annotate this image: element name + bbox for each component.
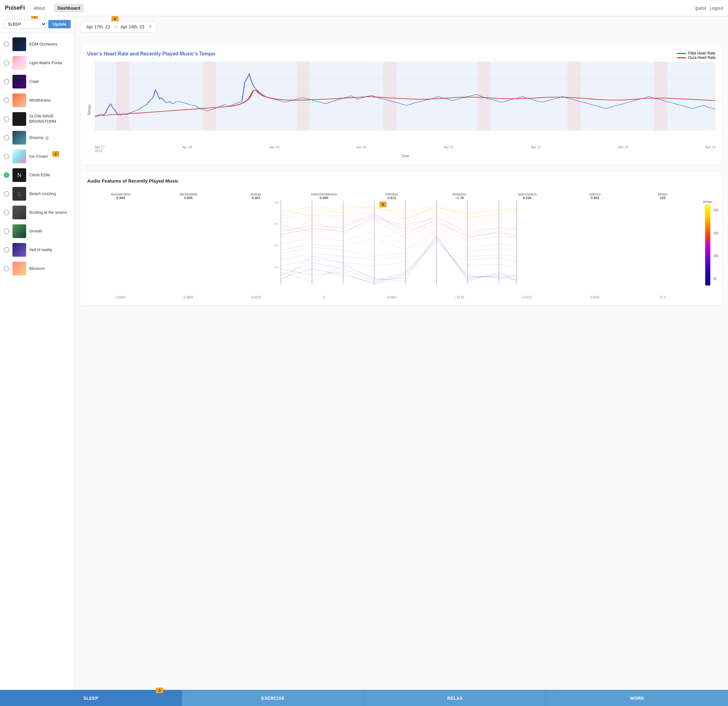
playlist-item[interactable]: SLOW WAVE BRAINSTORM [0,110,74,128]
badge-5: 5 [380,201,386,207]
hr-x-axis-label: Time [95,154,715,158]
svg-rect-15 [477,62,490,130]
playlist-item[interactable]: Veil of reality [0,240,74,259]
tab-sleep[interactable]: SLEEP 3 [0,690,182,706]
svg-rect-17 [654,62,667,130]
main-layout: SLEEP EXERCISE RELAX WORK 1 Update EDM O… [0,16,728,690]
about-nav-btn[interactable]: About [30,4,49,13]
playlist-item[interactable]: Code [0,72,74,91]
playlist-radio[interactable] [4,266,9,271]
playlist-item[interactable]: Growth [0,222,74,240]
svg-rect-16 [568,62,581,130]
playlist-item[interactable]: EDM Orchestra [0,35,74,54]
playlist-radio[interactable] [4,135,9,140]
sidebar: SLEEP EXERCISE RELAX WORK 1 Update EDM O… [0,16,75,690]
hr-y-axis-label: Tempo [87,62,92,158]
audio-axis-labels-top: acousticness 0.994 danceability 0.906 en… [87,192,696,200]
playlist-radio[interactable] [4,210,9,215]
playlist-thumb [13,149,26,163]
hr-chart-svg: 200 150 100 50 0 [95,62,715,143]
playlist-radio[interactable] [4,79,9,84]
legend-oura: Oura Heart Rate [677,55,715,60]
playlist-item[interactable]: NClimb EDM [0,166,74,184]
badge-3: 3 [156,688,163,693]
playlist-list: EDM OrchestraLight-Matrix PortalCodeMind… [0,32,74,690]
colorbar-label: tempo [703,200,713,204]
playlist-item[interactable]: Light-Matrix Portal [0,54,74,72]
app-title: PulseFi [5,5,25,11]
playlist-item[interactable]: Busting at the seams [0,203,74,222]
playlist-name: EDM Orchestra [29,42,57,47]
content-area: 4 Apr 17th, 23 → Apr 24th, 23 × User's H… [75,16,728,690]
nav-right: guest Logout [695,6,723,11]
playlist-name: Veil of reality [29,247,52,253]
playlist-radio[interactable] [4,247,9,253]
colorbar-max: 200 [714,208,719,212]
playlist-name: Light-Matrix Portal [29,61,62,66]
heartrate-chart-section: User's Heart Rate and Recently Played Mu… [81,45,722,165]
tab-relax[interactable]: RELAX [364,690,546,706]
legend-fitbit-label: Fitbit Heart Rate [688,51,715,55]
playlist-thumb: ♫ [13,187,26,201]
logout-btn[interactable]: Logout [710,6,723,11]
playlist-name: Busting at the seams [29,210,67,215]
top-nav: PulseFi About Dashboard guest Logout [0,0,728,16]
playlist-thumb [13,56,26,70]
date-start: Apr 17th, 23 [86,24,110,29]
colorbar-gradient [705,205,711,286]
svg-rect-12 [203,62,216,130]
playlist-radio[interactable] [4,191,9,197]
audio-axis-labels-bottom: 0.0004 0.0655 0.0033 0 0.0404 −33.32 0.0… [87,296,696,299]
playlist-radio[interactable] [4,116,9,122]
user-label: guest [695,6,706,11]
playlist-item[interactable]: Ice Cream2 [0,147,74,166]
playlist-name: Mindfulness [29,98,51,103]
audio-chart-title: Audio Features of Recently Played Music [87,178,178,184]
playlist-item[interactable]: Mindfulness [0,91,74,110]
playlist-name: Ice Cream [29,154,48,159]
svg-text:0.6: 0.6 [274,222,278,225]
svg-text:0.2: 0.2 [274,266,278,269]
playlist-radio[interactable] [4,42,9,47]
playlist-radio[interactable] [4,153,9,159]
tab-exercise[interactable]: EXERCISE [182,690,364,706]
audio-chart-section: Audio Features of Recently Played Music … [81,172,722,305]
hr-chart-inner: 200 150 100 50 0 [95,62,715,158]
tab-work[interactable]: WORK [546,690,728,706]
date-arrow: → [113,24,117,29]
svg-text:0.4: 0.4 [274,244,278,247]
playlist-name: Beach cruizing [29,191,56,197]
playlist-thumb [13,205,26,219]
playlist-thumb [13,38,26,51]
playlist-radio[interactable] [4,229,9,234]
playlist-thumb [13,112,26,126]
legend-fitbit-line [677,53,686,54]
date-range-close[interactable]: × [149,24,152,30]
playlist-item[interactable]: ♫Beach cruizing [0,184,74,203]
playlist-type-select[interactable]: SLEEP EXERCISE RELAX WORK [4,19,46,29]
hr-chart-wrap: Tempo 200 150 100 [87,62,715,158]
playlist-name: SLOW WAVE BRAINSTORM [29,114,71,124]
playlist-thumb [13,131,26,145]
playlist-radio[interactable] [4,172,9,178]
svg-rect-13 [297,62,310,130]
playlist-radio[interactable] [4,97,9,103]
badge-1: 1 [31,16,38,19]
playlist-item[interactable]: Dreamy 🧁 [0,128,74,147]
playlist-name: Code [29,79,39,84]
hr-x-labels: Apr 172023 Apr 18 Apr 19 Apr 20 Apr 21 A… [95,144,715,153]
update-button[interactable]: Update [48,20,71,28]
svg-text:0.8: 0.8 [274,201,278,204]
parallel-coords-svg: 0.8 0.6 0.4 0.2 [87,200,696,294]
playlist-item[interactable]: Blossom [0,259,74,278]
playlist-radio[interactable] [4,60,9,66]
playlist-name: Climb EDM [29,173,50,178]
chart-legend: Fitbit Heart Rate Oura Heart Rate [677,51,715,60]
colorbar: tempo 200 150 100 50 [700,192,715,299]
dashboard-nav-btn[interactable]: Dashboard [54,4,84,13]
badge-2: 2 [52,151,59,157]
legend-oura-line [677,57,686,58]
audio-chart-container: 5 acousticness 0.994 danceability 0.906 … [87,192,715,299]
playlist-thumb [13,262,26,275]
nav-left: PulseFi About Dashboard [5,4,84,13]
